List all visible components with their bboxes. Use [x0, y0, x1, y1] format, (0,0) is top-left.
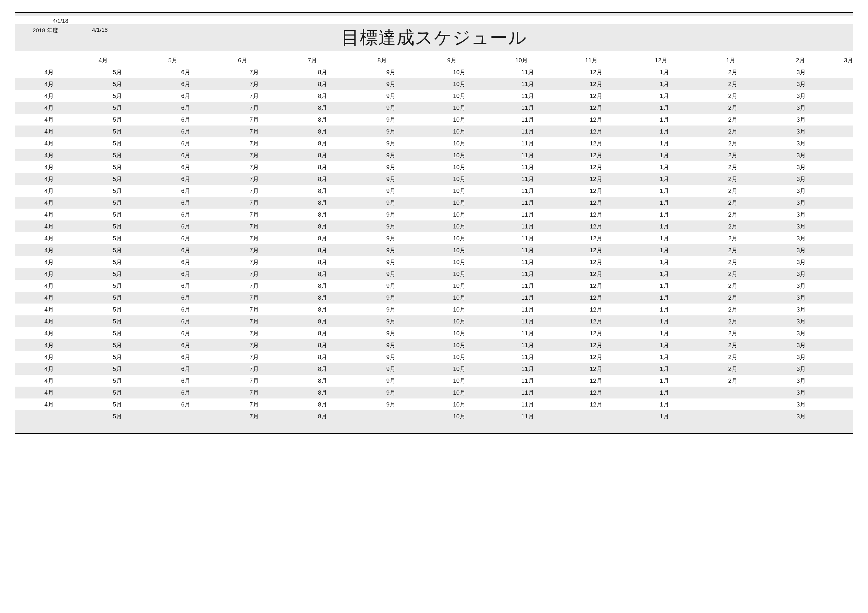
table-cell: 10月 [425, 270, 493, 278]
table-cell: 11月 [493, 341, 562, 349]
table-cell: 7月 [220, 151, 288, 159]
table-cell: 9月 [357, 175, 425, 183]
table-row: 4月5月6月7月8月9月10月11月12月1月2月3月 [15, 280, 853, 292]
table-cell: 6月 [152, 80, 220, 88]
table-row: 4月5月6月7月8月9月10月11月12月1月2月3月 [15, 268, 853, 280]
table-cell: 2月 [699, 365, 767, 373]
table-cell: 1月 [630, 199, 699, 207]
table-cell: 2月 [699, 294, 767, 302]
table-cell: 2月 [699, 341, 767, 349]
table-cell: 9月 [357, 377, 425, 385]
table-cell: 2月 [699, 329, 767, 337]
table-cell: 11月 [493, 199, 562, 207]
table-cell: 2月 [699, 199, 767, 207]
table-cell: 3月 [767, 258, 835, 266]
table-row: 4月5月6月7月8月9月10月11月12月1月2月3月 [15, 375, 853, 387]
table-cell: 11月 [493, 80, 562, 88]
table-cell: 1月 [630, 246, 699, 254]
table-cell: 11月 [493, 223, 562, 231]
table-cell: 4月 [15, 163, 83, 171]
table-cell: 3月 [767, 353, 835, 361]
table-cell: 1月 [630, 317, 699, 325]
table-cell: 7月 [220, 294, 288, 302]
table-cell: 10月 [425, 68, 493, 76]
table-cell: 2月 [699, 306, 767, 314]
table-cell: 6月 [152, 282, 220, 290]
table-row: 4月5月6月7月8月9月10月11月12月1月2月3月 [15, 316, 853, 327]
table-cell: 9月 [357, 389, 425, 397]
table-cell: 3月 [767, 80, 835, 88]
table-cell: 1月 [630, 401, 699, 409]
table-cell: 6月 [152, 104, 220, 112]
table-cell: 3月 [767, 211, 835, 219]
table-cell: 9月 [357, 68, 425, 76]
table-cell: 1月 [630, 139, 699, 147]
table-cell: 10月 [425, 365, 493, 373]
table-cell: 7月 [220, 282, 288, 290]
table-cell: 6月 [152, 199, 220, 207]
table-cell: 6月 [152, 401, 220, 409]
table-cell: 5月 [83, 306, 151, 314]
table-cell: 8月 [288, 223, 356, 231]
table-cell: 8月 [288, 317, 356, 325]
table-cell: 7月 [220, 68, 288, 76]
table-cell: 5月 [83, 151, 151, 159]
table-cell: 3月 [767, 401, 835, 409]
table-cell: 1月 [630, 377, 699, 385]
header-month: 11月 [556, 56, 626, 64]
table-cell: 9月 [357, 270, 425, 278]
table-cell: 6月 [152, 353, 220, 361]
table-cell: 10月 [425, 104, 493, 112]
table-cell: 5月 [83, 353, 151, 361]
table-cell: 3月 [767, 175, 835, 183]
table-cell: 5月 [83, 187, 151, 195]
table-cell: 5月 [83, 223, 151, 231]
table-cell: 3月 [767, 306, 835, 314]
table-cell: 10月 [425, 412, 493, 420]
table-cell: 4月 [15, 341, 83, 349]
table-cell: 6月 [152, 175, 220, 183]
table-cell: 7月 [220, 139, 288, 147]
table-cell: 12月 [562, 128, 630, 136]
table-cell: 6月 [152, 92, 220, 100]
table-cell: 3月 [767, 365, 835, 373]
table-cell: 2月 [699, 246, 767, 254]
table-row: 4月5月6月7月8月9月10月11月12月1月2月3月 [15, 339, 853, 351]
table-cell: 4月 [15, 317, 83, 325]
table-cell: 11月 [493, 317, 562, 325]
table-cell: 9月 [357, 163, 425, 171]
table-cell: 3月 [767, 187, 835, 195]
table-cell: 1月 [630, 175, 699, 183]
table-cell: 5月 [83, 317, 151, 325]
top-gray-bar [15, 13, 853, 16]
table-cell: 8月 [288, 151, 356, 159]
table-cell: 6月 [152, 234, 220, 242]
table-cell: 1月 [630, 412, 699, 420]
table-cell: 11月 [493, 270, 562, 278]
table-cell: 8月 [288, 187, 356, 195]
table-cell: 11月 [493, 116, 562, 124]
table-cell: 11月 [493, 151, 562, 159]
table-cell: 5月 [83, 246, 151, 254]
table-cell: 10月 [425, 377, 493, 385]
table-cell: 5月 [83, 329, 151, 337]
table-cell: 11月 [493, 246, 562, 254]
table-cell: 6月 [152, 270, 220, 278]
table-cell: 2月 [699, 139, 767, 147]
table-cell: 2月 [699, 163, 767, 171]
table-cell: 8月 [288, 365, 356, 373]
table-cell: 7月 [220, 365, 288, 373]
table-cell: 6月 [152, 139, 220, 147]
table-cell: 10月 [425, 92, 493, 100]
table-cell: 8月 [288, 353, 356, 361]
table-cell: 1月 [630, 104, 699, 112]
table-cell: 2月 [699, 258, 767, 266]
table-cell: 1月 [630, 258, 699, 266]
table-row: 4月5月6月7月8月9月10月11月12月1月2月3月 [15, 197, 853, 209]
table-cell: 11月 [493, 401, 562, 409]
table-cell: 7月 [220, 211, 288, 219]
table-cell: 2月 [699, 377, 767, 385]
table-cell: 1月 [630, 270, 699, 278]
table-cell: 10月 [425, 211, 493, 219]
table-cell: 1月 [630, 223, 699, 231]
